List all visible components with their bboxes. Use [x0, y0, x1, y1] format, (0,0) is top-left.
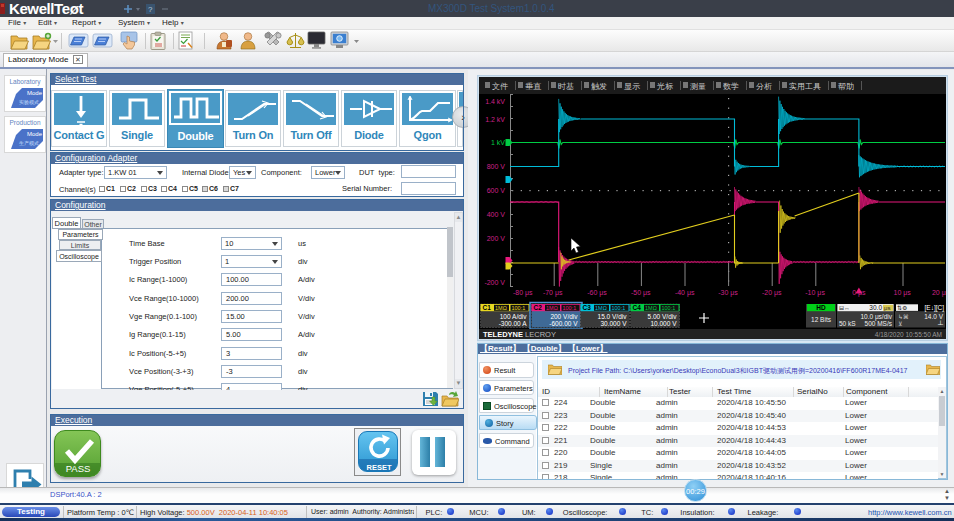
svg-text:50 kS: 50 kS	[839, 320, 856, 327]
svg-text:TELEDYNE LECROY: TELEDYNE LECROY	[483, 330, 556, 339]
svg-text:↳⌘: ↳⌘	[898, 314, 909, 320]
svg-text:数学: 数学	[723, 82, 739, 91]
svg-text:Mode: Mode	[27, 90, 43, 96]
svg-text:-70 μs: -70 μs	[543, 289, 563, 297]
svg-text:-20 μs: -20 μs	[762, 289, 782, 297]
svg-text:KewellTeøt: KewellTeøt	[9, 1, 83, 17]
svg-text:1MΩ: 1MΩ	[495, 305, 507, 311]
svg-text:-80 μs: -80 μs	[513, 289, 533, 297]
svg-text:1MΩ: 1MΩ	[546, 305, 558, 311]
svg-text:HD: HD	[816, 304, 826, 311]
svg-text:4/18/2020 10:55:50 AM: 4/18/2020 10:55:50 AM	[875, 331, 942, 338]
svg-text:PASS: PASS	[66, 463, 91, 474]
svg-text:1MΩ: 1MΩ	[645, 305, 657, 311]
svg-text:100:1: 100:1	[612, 305, 626, 311]
svg-text:C1: C1	[483, 304, 492, 311]
svg-text:分析: 分析	[756, 82, 772, 91]
svg-text:⊻: ⊻	[898, 321, 902, 327]
svg-text:1.2 kV: 1.2 kV	[485, 116, 505, 123]
svg-text:-600.00 V: -600.00 V	[549, 320, 578, 327]
svg-text:-40 μs: -40 μs	[675, 289, 695, 297]
svg-text:实验模式: 实验模式	[19, 99, 39, 105]
svg-text:500 MS/s: 500 MS/s	[865, 320, 893, 327]
svg-text:帮助: 帮助	[838, 82, 854, 91]
svg-text:┴: ┴	[937, 320, 943, 328]
svg-text:RESET: RESET	[366, 463, 391, 472]
svg-text:-200 V: -200 V	[484, 279, 505, 286]
svg-text:100:1: 100:1	[512, 305, 526, 311]
svg-text:μs: μs	[884, 305, 890, 311]
svg-text:⊟↔: ⊟↔	[839, 305, 850, 311]
svg-text:30.000 V: 30.000 V	[600, 320, 627, 327]
svg-text:-60 μs: -60 μs	[587, 289, 607, 297]
svg-text:1MΩ: 1MΩ	[595, 305, 607, 311]
svg-text:200 V/div: 200 V/div	[550, 313, 578, 320]
svg-text:Mode: Mode	[27, 131, 43, 137]
svg-text:显示: 显示	[624, 82, 640, 91]
svg-text:15.0 V/div: 15.0 V/div	[598, 313, 628, 320]
svg-text:C3: C3	[583, 304, 592, 311]
svg-text:200 V: 200 V	[487, 235, 506, 242]
svg-text:触发: 触发	[591, 82, 607, 91]
svg-text:100:1: 100:1	[662, 305, 676, 311]
svg-text:600 V: 600 V	[487, 187, 506, 194]
svg-text:[E↓][C]: [E↓][C]	[924, 304, 944, 312]
svg-text:文件: 文件	[492, 82, 508, 91]
svg-text:400 V: 400 V	[487, 211, 506, 218]
svg-text:C2: C2	[534, 304, 543, 311]
svg-text:测量: 测量	[690, 82, 706, 91]
svg-text:1 kV: 1 kV	[491, 139, 505, 146]
svg-text:-50 μs: -50 μs	[631, 289, 651, 297]
svg-text:时基: 时基	[558, 82, 574, 91]
svg-text:12 Bits: 12 Bits	[811, 316, 832, 323]
svg-text:14.0 V: 14.0 V	[924, 313, 943, 320]
svg-text:生产模式: 生产模式	[19, 140, 39, 146]
svg-text:-10 μs: -10 μs	[805, 289, 825, 297]
svg-text:5.00 V/div: 5.00 V/div	[648, 313, 678, 320]
svg-text:20 μs: 20 μs	[932, 289, 946, 297]
svg-text:⇅⚙: ⇅⚙	[897, 305, 907, 311]
svg-text:10 μs: 10 μs	[894, 289, 912, 297]
svg-text:C4: C4	[633, 304, 642, 311]
svg-text:100:1: 100:1	[563, 305, 577, 311]
svg-text:实用工具: 实用工具	[789, 82, 821, 91]
svg-text:-30 μs: -30 μs	[718, 289, 738, 297]
svg-text:光标: 光标	[657, 82, 673, 91]
svg-text:30.0: 30.0	[869, 304, 882, 311]
svg-text:垂直: 垂直	[525, 82, 542, 91]
svg-text:-300.00 A: -300.00 A	[499, 320, 527, 327]
svg-text:100 A/div: 100 A/div	[500, 313, 527, 320]
svg-text:?: ?	[148, 5, 153, 14]
svg-text:1.4 kV: 1.4 kV	[485, 98, 505, 105]
svg-text:10.000 V: 10.000 V	[650, 320, 677, 327]
svg-text:800 V: 800 V	[487, 163, 506, 170]
